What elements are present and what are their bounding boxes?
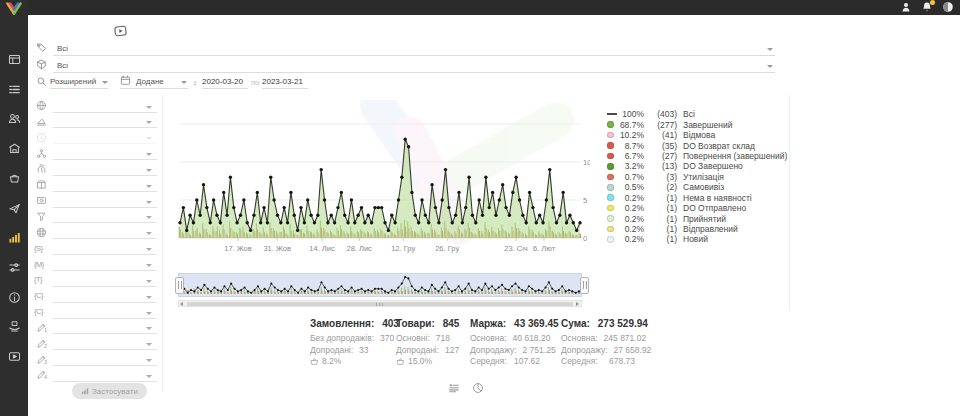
date-to-input[interactable]: 2023-03-21 xyxy=(262,77,303,86)
svg-text:31. Жов: 31. Жов xyxy=(263,244,291,253)
sidebar-item-video-icon[interactable] xyxy=(8,350,21,363)
user-icon[interactable] xyxy=(900,1,912,13)
legend-item[interactable]: 0.2%(1)Новий xyxy=(607,234,787,244)
basket-icon xyxy=(310,357,319,366)
legend-swatch-icon xyxy=(607,215,618,222)
legend-item[interactable]: 10.2%(41)Відмова xyxy=(607,130,787,140)
minimap-left-handle[interactable] xyxy=(175,277,184,294)
underline xyxy=(53,381,157,382)
search-mode-select[interactable]: Розширений xyxy=(50,77,96,86)
scrollbar-thumb[interactable] xyxy=(187,302,573,306)
filter-select-pencil[interactable]: 3 xyxy=(30,354,162,369)
legend-item[interactable]: 6.7%(27)Повернення (завершений) xyxy=(607,151,787,161)
svg-text:17. Жов: 17. Жов xyxy=(224,244,252,253)
filter-select-globe[interactable] xyxy=(30,100,162,115)
minimap-right-handle[interactable] xyxy=(580,277,589,294)
legend-percent: 10.2% xyxy=(618,130,644,140)
date-from-input[interactable]: 2020-03-20 xyxy=(202,77,243,86)
apply-button[interactable]: Застосувати xyxy=(72,383,147,399)
filter-select-filter[interactable] xyxy=(30,211,162,226)
topbar xyxy=(0,0,960,15)
chart-minimap[interactable] xyxy=(178,273,582,297)
video-tour-icon[interactable] xyxy=(111,23,129,39)
chevron-down-icon xyxy=(767,48,773,51)
chevron-down-icon xyxy=(146,169,152,172)
underline xyxy=(50,88,108,89)
legend-item[interactable]: 8.7%(35)DO Возврат склад xyxy=(607,140,787,150)
filter-icon xyxy=(36,211,47,222)
filter-select-brace-9[interactable]: {S} xyxy=(30,243,162,258)
legend-label: Утилізація xyxy=(683,172,724,182)
legend-item[interactable]: 0.7%(3)Утилізація xyxy=(607,172,787,182)
bell-icon[interactable] xyxy=(921,1,933,13)
brace-icon: {M} xyxy=(34,260,44,269)
legend-count: (1) xyxy=(650,203,677,213)
filter-select-cube[interactable] xyxy=(30,179,162,194)
legend-item[interactable]: 0.2%(1)DO Отправлено xyxy=(607,203,787,213)
pie-view-toggle-icon[interactable] xyxy=(472,382,484,394)
legend-percent: 0.2% xyxy=(618,224,644,234)
stat-sub-value: 27 658.92 xyxy=(614,345,652,357)
pencil-index: 1 xyxy=(44,327,47,333)
filter-select-clock[interactable] xyxy=(30,132,162,147)
legend-percent: 0.5% xyxy=(618,182,644,192)
legend-item[interactable]: 3.2%(13)DO Завершено xyxy=(607,161,787,171)
legend-item[interactable]: 0.2%(1)Нема в наявності xyxy=(607,193,787,203)
global-filter-row[interactable]: Всі xyxy=(30,40,778,56)
legend-label: Повернення (завершений) xyxy=(683,151,787,161)
svg-text:28. Лис: 28. Лис xyxy=(347,244,373,253)
filter-select-slope[interactable] xyxy=(30,116,162,131)
legend-item[interactable]: 0.2%(1)Прийнятий xyxy=(607,213,787,223)
stat-title: Товари: xyxy=(396,318,435,329)
filter-select-image[interactable] xyxy=(30,195,162,210)
filter-select-brace-13[interactable]: {C} xyxy=(30,306,162,321)
legend-item[interactable]: 68.7%(277)Завершений xyxy=(607,119,787,129)
filter-select-web[interactable] xyxy=(30,227,162,242)
sidebar-item-info-icon[interactable] xyxy=(8,291,21,304)
legend-item[interactable]: 100%(403)Всі xyxy=(607,109,787,119)
filter-select-brace-12[interactable]: {C} xyxy=(30,290,162,305)
legend-label: Всі xyxy=(683,109,695,119)
sidebar-item-list-icon[interactable] xyxy=(8,83,21,96)
chart-scrollbar[interactable] xyxy=(178,300,582,307)
global-filter-row[interactable]: Всі xyxy=(30,57,778,73)
topbar-icons xyxy=(900,1,954,13)
chevron-down-icon xyxy=(146,185,152,188)
filter-select-brace-10[interactable]: {M} xyxy=(30,259,162,274)
filter-value[interactable]: Всі xyxy=(57,44,68,53)
svg-text:10: 10 xyxy=(583,158,590,167)
sidebar-item-users-icon[interactable] xyxy=(8,112,21,125)
legend-item[interactable]: 0.5%(2)Самовивіз xyxy=(607,182,787,192)
legend-percent: 68.7% xyxy=(618,120,644,130)
legend-count: (403) xyxy=(650,109,677,119)
scroll-left-icon[interactable] xyxy=(180,302,183,306)
filter-select-fingerprint[interactable] xyxy=(30,163,162,178)
list-view-toggle-icon[interactable] xyxy=(448,382,460,394)
filter-select-pencil[interactable]: 2 xyxy=(30,338,162,353)
sidebar-item-analytics-icon[interactable] xyxy=(8,231,21,244)
svg-text:26. Гру: 26. Гру xyxy=(435,244,459,253)
legend-item[interactable]: 0.2%(1)Відправлений xyxy=(607,224,787,234)
filter-select-pencil[interactable]: 1 xyxy=(30,322,162,337)
chart-legend: 100%(403)Всі68.7%(277)Завершений10.2%(41… xyxy=(607,109,787,245)
date-field-select[interactable]: Додане xyxy=(136,77,164,86)
sidebar-item-cart-icon[interactable] xyxy=(8,172,21,185)
filter-select-network[interactable] xyxy=(30,148,162,163)
filter-select-brace-11[interactable]: {T} xyxy=(30,274,162,289)
legend-swatch-icon xyxy=(607,194,618,201)
filter-value[interactable]: Всі xyxy=(57,61,68,70)
sidebar-item-sliders-icon[interactable] xyxy=(8,261,21,274)
sidebar-item-handbox-icon[interactable] xyxy=(8,320,21,333)
underline xyxy=(53,55,775,56)
app-logo-icon[interactable] xyxy=(5,1,23,14)
legend-label: Новий xyxy=(683,234,708,244)
legend-swatch-icon xyxy=(607,174,618,181)
sidebar-item-store-icon[interactable] xyxy=(8,142,21,155)
chevron-down-icon xyxy=(146,201,152,204)
legend-label: DO Возврат склад xyxy=(683,141,755,151)
scroll-right-icon[interactable] xyxy=(576,302,579,306)
sidebar-item-dashboard-icon[interactable] xyxy=(8,53,21,66)
sidebar-item-send-icon[interactable] xyxy=(8,202,21,215)
underline xyxy=(53,222,157,223)
avatar-icon[interactable] xyxy=(942,1,954,13)
